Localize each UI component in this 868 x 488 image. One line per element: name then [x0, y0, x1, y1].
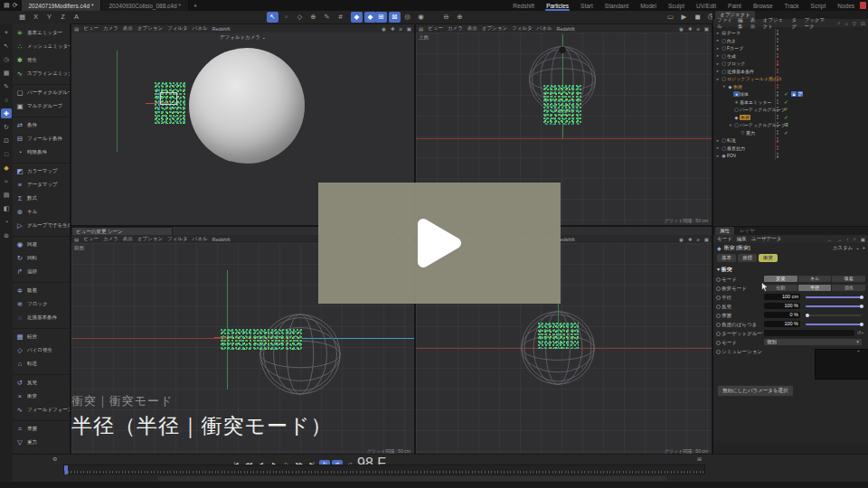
toolbar-icon[interactable]: ▫ — [280, 12, 292, 23]
om-menu-item[interactable]: タグ — [792, 17, 800, 30]
tree-row-パーティクルグループ2[interactable]: ▾▢パーティクルグループ2✓ — [713, 121, 868, 129]
attr-menu-item[interactable]: モード — [717, 236, 732, 242]
viewport-toolbar-icon[interactable]: ◉ — [382, 26, 386, 32]
dropdown-field[interactable]: 個別▾ — [764, 339, 862, 345]
scale-tool-icon[interactable]: ⊡ — [1, 136, 12, 145]
anim-dot-icon[interactable] — [716, 286, 721, 291]
viewport-toolbar-icon[interactable]: ✚ — [688, 26, 693, 32]
om-menu-item[interactable]: ファイル — [717, 17, 733, 30]
axis-toggle-icon[interactable]: A — [71, 12, 82, 23]
palette-item[interactable]: ▷グループで子を生成 — [13, 219, 70, 232]
seg-option-キル[interactable]: キル — [798, 276, 832, 282]
viewport-menu-xxxxx[interactable]: オプション — [137, 25, 163, 32]
slider-track[interactable] — [806, 305, 862, 307]
keyframe-settings-icon[interactable]: ⊞ — [697, 455, 702, 462]
circle-tool-icon[interactable]: ○ — [1, 95, 12, 105]
axis-toggle-icon[interactable]: ▦ — [16, 12, 28, 23]
palette-item[interactable]: ⊗キル — [13, 205, 70, 219]
attr-nav-icon[interactable]: ⌕ — [854, 236, 856, 242]
om-menu-item[interactable]: 編集 — [738, 17, 746, 30]
slider-track[interactable] — [806, 296, 862, 298]
palette-item[interactable]: ↺反発 — [13, 374, 70, 389]
visibility-dots[interactable] — [777, 76, 778, 81]
render-icon[interactable]: ◼ — [692, 12, 703, 23]
toolbar-icon[interactable]: # — [335, 12, 346, 23]
palette-item[interactable]: ≡データマップ — [13, 178, 70, 192]
tree-row-ロジックフィールド用のタグ[interactable]: ▸▢ロジックフィールド用のタグ — [713, 75, 868, 83]
video-play-overlay[interactable] — [318, 183, 561, 304]
attr-nav-icon[interactable]: ← — [827, 237, 833, 242]
tree-row-重力[interactable]: ▽重力✓ — [713, 129, 868, 137]
tree-row-ブロック[interactable]: ▸▢ブロック — [713, 60, 868, 68]
attr-control[interactable]: 100 % — [764, 303, 865, 310]
palette-item[interactable]: ≑吸着 — [13, 282, 70, 297]
tab-layers[interactable]: レイヤ — [735, 227, 760, 235]
palette-item[interactable]: ∿フィールドフォース — [13, 403, 70, 417]
viewport-menu-xxxx[interactable]: フィルタ — [512, 25, 533, 32]
toolbar-icon[interactable]: ◇ — [294, 12, 306, 23]
split-tool-icon[interactable]: ◧ — [1, 203, 12, 213]
viewport-menu-redshift[interactable]: Redshift — [212, 237, 230, 242]
visibility-dots[interactable] — [777, 137, 778, 143]
anim-dot-icon[interactable] — [716, 305, 721, 309]
attribute-section-header[interactable]: ▾ 衝突 — [713, 263, 868, 275]
history-icon[interactable]: ◷ — [1, 54, 12, 64]
material-swatch-icon[interactable]: ◆ — [1, 163, 12, 173]
workspace-tab-sculpt[interactable]: Sculpt — [667, 2, 685, 10]
value-field[interactable]: 100 % — [764, 321, 800, 327]
visibility-dots[interactable] — [777, 45, 778, 51]
om-toolbar-icon[interactable]: ☑ — [861, 21, 865, 26]
om-menu-item[interactable]: オブジェクト — [763, 17, 788, 30]
visibility-dots[interactable] — [777, 61, 778, 66]
seg-option-吸着[interactable]: 吸着 — [832, 276, 865, 282]
viewport-toolbar-icon[interactable]: ▣ — [407, 26, 411, 32]
tree-row-データ[interactable]: ▸▤データ — [713, 29, 868, 37]
slider-knob[interactable] — [860, 305, 863, 308]
toolbar-icon[interactable]: ◉ — [415, 12, 427, 23]
segmented-control[interactable]: 反発キル吸着 — [764, 276, 865, 282]
palette-item[interactable]: ◌近接基本条件 — [13, 311, 70, 324]
enabled-check-icon[interactable]: ✓ — [784, 114, 788, 120]
attr-control[interactable]: ↺⌁ — [764, 330, 865, 337]
tree-row-垂直抗力[interactable]: ▸▢垂直抗力 — [713, 145, 868, 153]
viewport-menu-xxx[interactable]: カメラ — [103, 25, 118, 32]
grid-menu-icon[interactable]: ▤ — [419, 26, 423, 32]
sync-icon[interactable]: ⟳ — [13, 2, 18, 9]
sphere-object[interactable] — [189, 48, 305, 164]
tree-row-転送[interactable]: ▸▢転送 — [713, 136, 868, 145]
om-toolbar-icon[interactable]: ▽ — [853, 21, 856, 26]
link-field[interactable] — [764, 330, 854, 336]
workspace-tab-nodes[interactable]: Nodes — [836, 2, 855, 10]
tree-row-向き[interactable]: ▸▢向き — [713, 37, 868, 45]
toolbar-icon[interactable]: ↖ — [267, 12, 278, 23]
document-tab[interactable]: 20240930Colisio_088.c4d * — [101, 0, 189, 11]
palette-item[interactable]: ▢パーティクルグループ — [13, 84, 70, 99]
grid-menu-icon[interactable]: ▤ — [74, 26, 79, 32]
tree-row-FOV[interactable]: ▸◉FOV — [713, 152, 868, 160]
workspace-tab-script[interactable]: Script — [810, 2, 827, 10]
attr-control[interactable]: 個別▾ — [764, 339, 865, 346]
om-toolbar-icon[interactable]: ⌕ — [837, 20, 840, 26]
enabled-check-icon[interactable]: ✓ — [784, 121, 788, 127]
time-tool-icon[interactable]: ◔ — [1, 217, 12, 227]
palette-item[interactable]: ≈摩擦 — [13, 420, 70, 436]
enabled-check-icon[interactable]: ✓ — [784, 90, 788, 97]
tree-row-衝突[interactable]: ◆衝突✓ — [713, 114, 868, 122]
segmented-control[interactable]: 分割半径頂点 — [764, 285, 865, 291]
axis-toggle-icon[interactable]: Y — [43, 12, 55, 23]
play-icon[interactable] — [412, 211, 467, 275]
palette-item[interactable]: ▽重力 — [13, 436, 70, 449]
move-tool-icon[interactable]: ✚ — [1, 108, 12, 118]
attr-tab-基本[interactable]: 基本 — [717, 254, 736, 262]
pen-tool-icon[interactable]: ✎ — [1, 81, 12, 91]
palette-item[interactable]: ◔時限条件 — [13, 145, 70, 159]
palette-item[interactable]: ◇パイロ発生 — [13, 343, 70, 357]
render-icon[interactable]: ▶ — [678, 12, 690, 23]
workspace-tab-browse[interactable]: Browse — [752, 2, 774, 10]
palette-item[interactable]: ⌂転送 — [13, 357, 70, 371]
timeline-ruler[interactable] — [63, 465, 705, 474]
attr-control[interactable]: 反発キル吸着 — [764, 276, 865, 283]
viewport-menu-xxxxx[interactable]: オプション — [137, 236, 163, 242]
add-preset-button[interactable]: + — [863, 245, 865, 250]
visibility-dots[interactable] — [777, 130, 778, 136]
